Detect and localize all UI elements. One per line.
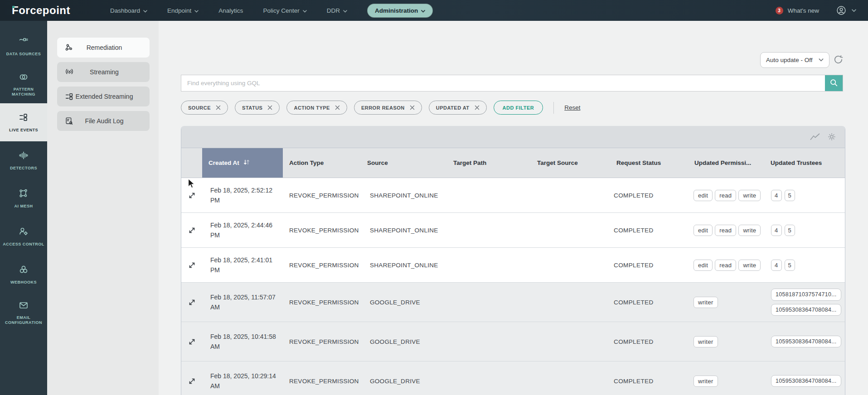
column-header-expand <box>181 148 202 178</box>
close-icon[interactable] <box>267 105 272 110</box>
table-row[interactable]: Feb 18, 2025, 2:44:46 PM REVOKE_PERMISSI… <box>181 213 845 248</box>
table-row[interactable]: Feb 18, 2025, 2:52:12 PM REVOKE_PERMISSI… <box>181 178 845 213</box>
permission-chip: writer <box>693 297 718 308</box>
whats-new-link[interactable]: What's new <box>788 7 819 14</box>
filter-chip-label: ERROR REASON <box>361 105 405 111</box>
cell-created-at: Feb 18, 2025, 2:52:12 PM <box>202 185 283 206</box>
cell-updated-permissions: writer <box>692 376 768 387</box>
table-row[interactable]: Feb 18, 2025, 10:41:58 AM REVOKE_PERMISS… <box>181 322 845 361</box>
sidebar-item-detectors[interactable]: DETECTORS <box>0 141 47 179</box>
nav-item-ddr[interactable]: DDR <box>327 7 347 14</box>
sidebar-item-pattern-matching[interactable]: PATTERN MATCHING <box>0 65 47 103</box>
subnav-item-streaming[interactable]: Streaming <box>57 62 150 82</box>
sidebar-item-label: EMAIL CONFIGURATION <box>2 315 45 326</box>
subnav-item-label: Extended Streaming <box>75 93 133 100</box>
close-icon[interactable] <box>335 105 340 110</box>
sidebar-item-label: WEBHOOKS <box>10 280 37 285</box>
filter-chip-error-reason[interactable]: ERROR REASON <box>354 101 422 115</box>
column-header-created-at[interactable]: Created At <box>202 148 283 178</box>
expand-row-icon[interactable] <box>188 226 196 235</box>
cell-expand <box>181 298 202 307</box>
column-header-request-status[interactable]: Request Status <box>610 148 692 178</box>
filter-chip-label: SOURCE <box>188 105 211 111</box>
account-chevron-down-icon[interactable] <box>852 9 856 12</box>
sidebar-item-webhooks[interactable]: WEBHOOKS <box>0 255 47 294</box>
subnav-item-remediation[interactable]: Remediation <box>57 38 150 58</box>
sidebar-item-label: DATA SOURCES <box>6 52 41 57</box>
cell-updated-permissions: editreadwrite <box>692 225 768 236</box>
trend-chart-icon[interactable] <box>810 133 820 141</box>
table-toolbar <box>181 126 845 148</box>
user-avatar-icon[interactable] <box>835 5 847 16</box>
nav-item-dashboard[interactable]: Dashboard <box>110 7 147 14</box>
cell-source: SHAREPOINT_ONLINE <box>361 192 447 199</box>
trustee-chip: 10595308364708084... <box>771 304 841 316</box>
table-header: Created At Action Type Source Target Pat… <box>181 148 845 178</box>
refresh-icon[interactable] <box>833 54 844 65</box>
expand-row-icon[interactable] <box>188 298 196 307</box>
filter-chip-label: ACTION TYPE <box>294 105 330 111</box>
chevron-down-icon <box>421 7 425 14</box>
add-filter-button[interactable]: ADD FILTER <box>494 101 543 115</box>
subnav-item-file-audit-log[interactable]: File Audit Log <box>57 111 150 131</box>
trustee-chip: 4 <box>771 260 782 271</box>
cell-updated-permissions: writer <box>692 336 768 347</box>
cell-updated-trustees: 10581871037574710...10595308364708084... <box>768 289 845 316</box>
expand-row-icon[interactable] <box>188 191 196 200</box>
table-row[interactable]: Feb 18, 2025, 11:57:07 AM REVOKE_PERMISS… <box>181 283 845 322</box>
column-header-action-type[interactable]: Action Type <box>283 148 361 178</box>
chevron-down-icon <box>143 7 147 14</box>
expand-row-icon[interactable] <box>188 261 196 270</box>
cell-request-status: COMPLETED <box>610 192 692 199</box>
primary-sidebar: DATA SOURCES PATTERN MATCHING LIVE EVENT… <box>0 21 47 395</box>
search-input[interactable] <box>181 75 825 91</box>
auto-update-select[interactable]: Auto update - Off <box>760 52 829 68</box>
permission-chip: read <box>715 260 736 271</box>
gear-icon[interactable] <box>827 132 837 142</box>
cell-created-at: Feb 18, 2025, 11:57:07 AM <box>202 292 283 313</box>
chevron-down-icon <box>194 7 199 14</box>
filter-bar: SOURCE STATUS ACTION TYPE ERROR REASON U… <box>181 101 580 115</box>
nav-item-administration[interactable]: Administration <box>367 4 433 18</box>
sidebar-item-label: ACCESS CONTROL <box>3 242 44 247</box>
reset-filters-link[interactable]: Reset <box>564 104 580 111</box>
filter-chip-source[interactable]: SOURCE <box>181 101 228 115</box>
close-icon[interactable] <box>410 105 415 110</box>
column-header-updated-trustees[interactable]: Updated Trustees <box>768 148 845 178</box>
nav-label: Administration <box>375 7 418 14</box>
cell-request-status: COMPLETED <box>610 299 692 306</box>
filter-chip-status[interactable]: STATUS <box>235 101 280 115</box>
filter-chip-updated-at[interactable]: UPDATED AT <box>429 101 487 115</box>
sidebar-item-data-sources[interactable]: DATA SOURCES <box>0 27 47 65</box>
expand-row-icon[interactable] <box>188 337 196 346</box>
filter-chip-action-type[interactable]: ACTION TYPE <box>286 101 347 115</box>
chevron-down-icon <box>303 7 307 14</box>
list-toggle-icon <box>63 92 75 101</box>
sidebar-item-email-configuration[interactable]: EMAIL CONFIGURATION <box>0 294 47 332</box>
expand-row-icon[interactable] <box>188 377 196 385</box>
permission-chip: writer <box>693 376 718 387</box>
cell-expand <box>181 337 202 346</box>
forcepoint-logo[interactable]: Forcepoint <box>12 4 70 17</box>
permission-chip: write <box>738 190 761 201</box>
sidebar-item-ai-mesh[interactable]: AI MESH <box>0 179 47 217</box>
sidebar-item-label: AI MESH <box>14 204 33 209</box>
column-header-source[interactable]: Source <box>361 148 447 178</box>
table-row[interactable]: Feb 18, 2025, 10:29:14 AM REVOKE_PERMISS… <box>181 361 845 395</box>
permission-chip: edit <box>693 225 713 236</box>
nav-right: 3 What's new <box>776 5 856 16</box>
subnav-item-extended-streaming[interactable]: Extended Streaming <box>57 87 150 106</box>
nav-item-policy-center[interactable]: Policy Center <box>263 7 306 14</box>
close-icon[interactable] <box>216 105 221 110</box>
column-header-target-source[interactable]: Target Source <box>531 148 610 178</box>
search-button[interactable] <box>825 75 843 91</box>
sidebar-item-live-events[interactable]: LIVE EVENTS <box>0 103 47 141</box>
main-content: Auto update - Off SOURCE STATUS ACTION T… <box>159 21 868 395</box>
sidebar-item-access-control[interactable]: ACCESS CONTROL <box>0 217 47 255</box>
table-row[interactable]: Feb 18, 2025, 2:41:01 PM REVOKE_PERMISSI… <box>181 248 845 283</box>
nav-item-analytics[interactable]: Analytics <box>218 7 243 14</box>
column-header-updated-permissions[interactable]: Updated Permissi... <box>692 148 768 178</box>
column-header-target-path[interactable]: Target Path <box>447 148 531 178</box>
close-icon[interactable] <box>475 105 480 110</box>
nav-item-endpoint[interactable]: Endpoint <box>167 7 199 14</box>
